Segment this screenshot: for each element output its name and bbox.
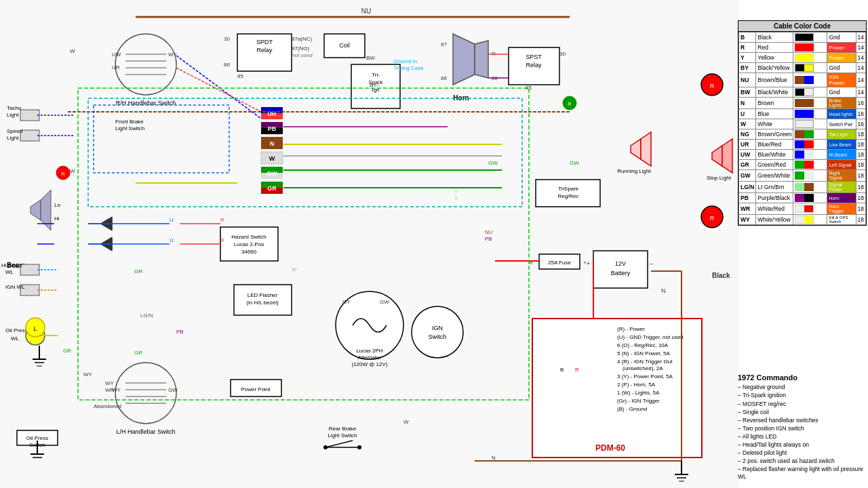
svg-text:GR: GR <box>267 185 277 192</box>
svg-text:W: W <box>292 266 297 272</box>
legend-table: B Black Gnd 14 R Red Power 14 Y Yellow P… <box>738 32 866 225</box>
feature-item: Negative ground <box>738 384 867 391</box>
svg-text:R: R <box>575 367 579 373</box>
svg-text:Hi Beam: Hi Beam <box>1 262 22 268</box>
svg-text:IGN: IGN <box>432 325 443 331</box>
svg-text:30: 30 <box>224 36 230 42</box>
svg-text:PB: PB <box>268 125 277 132</box>
svg-text:Oil Press: Oil Press <box>26 435 48 441</box>
feature-item: Two position IGN switch <box>738 425 867 432</box>
svg-text:R: R <box>710 215 715 222</box>
svg-text:Hi: Hi <box>54 216 60 222</box>
svg-text:Light Switch: Light Switch <box>328 432 357 439</box>
svg-text:N: N <box>661 287 666 294</box>
svg-text:Oil Press: Oil Press <box>5 327 27 333</box>
svg-text:4 (R) - IGN Trigger Out: 4 (R) - IGN Trigger Out <box>617 359 673 365</box>
svg-text:IGN WL: IGN WL <box>5 284 25 290</box>
svg-text:WY: WY <box>112 387 121 393</box>
svg-text:(Gr) - IGN Trigger: (Gr) - IGN Trigger <box>617 398 660 404</box>
svg-text:Tacho: Tacho <box>7 105 22 111</box>
svg-text:W: W <box>403 419 409 425</box>
svg-text:SPST: SPST <box>526 54 542 60</box>
svg-text:GY: GY <box>342 299 351 305</box>
svg-text:2 (P) - Horn, 5A: 2 (P) - Horn, 5A <box>617 382 656 388</box>
svg-text:Light: Light <box>7 112 19 118</box>
svg-text:GW: GW <box>488 160 498 166</box>
svg-text:(R) - Power: (R) - Power <box>617 326 645 332</box>
svg-text:(U) - GND Trigger, not used: (U) - GND Trigger, not used <box>617 334 684 340</box>
svg-text:LED Flasher: LED Flasher <box>248 292 278 298</box>
svg-text:Y: Y <box>454 188 458 195</box>
svg-text:Y: Y <box>454 195 458 201</box>
feature-item: All lights LED <box>738 433 867 441</box>
svg-text:TriSpark: TriSpark <box>558 186 579 192</box>
svg-text:L: L <box>33 325 37 332</box>
svg-text:–: – <box>650 260 653 267</box>
svg-text:Switch: Switch <box>429 333 447 340</box>
svg-text:(in H/L bezel): (in H/L bezel) <box>246 300 279 306</box>
svg-rect-32 <box>20 264 39 275</box>
svg-text:WL: WL <box>11 336 20 342</box>
svg-text:Hazard Switch: Hazard Switch <box>231 234 267 240</box>
svg-text:Coil: Coil <box>339 42 350 49</box>
svg-text:WL: WL <box>5 269 14 275</box>
svg-text:GR: GR <box>134 350 142 356</box>
svg-text:Light Switch: Light Switch <box>115 125 144 131</box>
svg-text:Ground in: Ground in <box>393 58 417 64</box>
features-list: Negative ground Tri-Spark ignition MOSFE… <box>738 384 867 481</box>
diagram-title: 1972 Commando <box>738 373 867 382</box>
svg-text:GW: GW <box>380 299 389 305</box>
svg-text:N: N <box>270 140 275 147</box>
svg-text:GW: GW <box>168 387 178 393</box>
svg-text:PDM-60: PDM-60 <box>595 443 625 453</box>
svg-text:3 (Y) - Power Point, 5A: 3 (Y) - Power Point, 5A <box>617 373 673 380</box>
svg-text:30: 30 <box>559 51 566 57</box>
svg-text:U: U <box>170 237 174 243</box>
feature-item: Deleted pilot light <box>738 449 867 457</box>
feature-item: Tri-Spark ignition <box>738 392 867 399</box>
svg-text:N: N <box>492 455 496 461</box>
svg-text:87: 87 <box>441 41 447 47</box>
svg-text:Light: Light <box>7 135 19 141</box>
svg-rect-24 <box>20 130 39 141</box>
svg-text:86: 86 <box>224 62 230 68</box>
svg-text:Reg/Rec: Reg/Rec <box>557 193 578 199</box>
svg-text:Front Brake: Front Brake <box>115 119 144 125</box>
svg-text:R: R <box>220 217 224 223</box>
svg-text:NU: NU <box>361 7 371 15</box>
svg-text:Timing Case: Timing Case <box>393 65 424 71</box>
svg-text:85: 85 <box>237 73 243 79</box>
svg-text:1 (W) - Lights, 5A: 1 (W) - Lights, 5A <box>617 390 660 396</box>
svg-point-139 <box>357 445 361 449</box>
svg-text:5 (N) - IGN Power, 5A: 5 (N) - IGN Power, 5A <box>617 350 670 357</box>
svg-text:GR: GR <box>134 268 142 274</box>
svg-text:BY--: BY-- <box>370 82 380 88</box>
svg-text:W: W <box>70 168 75 174</box>
svg-text:(B) - Ground: (B) - Ground <box>617 406 647 412</box>
svg-text:86: 86 <box>441 75 447 81</box>
legend-title: Cable Color Code <box>738 21 866 32</box>
svg-text:R: R <box>710 83 715 89</box>
svg-text:B: B <box>560 367 564 373</box>
svg-text:L/H Handlebar Switch: L/H Handlebar Switch <box>116 428 175 435</box>
svg-text:PB: PB <box>485 236 492 242</box>
svg-text:PB: PB <box>176 329 184 335</box>
svg-text:Lo: Lo <box>54 202 60 208</box>
svg-text:25A Fuse: 25A Fuse <box>548 260 571 266</box>
main-container: NU R/H Handlebar Switch UW UR WY L/H Han… <box>0 0 868 488</box>
svg-text:BW: BW <box>366 55 375 61</box>
svg-text:NU: NU <box>485 229 493 235</box>
svg-text:W: W <box>269 155 275 162</box>
svg-text:(unswitched), 2A: (unswitched), 2A <box>623 365 663 371</box>
svg-text:W: W <box>70 48 75 54</box>
svg-text:Black: Black <box>712 272 730 279</box>
svg-text:Alternator: Alternator <box>358 354 382 361</box>
svg-text:R: R <box>568 101 572 107</box>
svg-text:WY: WY <box>168 52 178 58</box>
svg-text:Rear Brake: Rear Brake <box>329 426 357 432</box>
feature-item: MOSFET reg/rec <box>738 401 867 408</box>
svg-text:12V: 12V <box>615 260 626 267</box>
svg-text:Battery: Battery <box>611 270 631 277</box>
svg-text:WY: WY <box>83 371 93 378</box>
svg-text:Stop Light: Stop Light <box>707 175 732 181</box>
